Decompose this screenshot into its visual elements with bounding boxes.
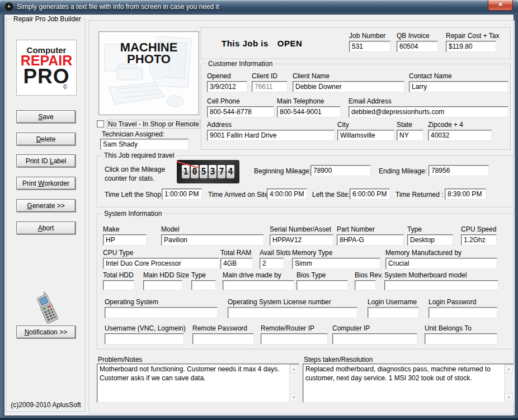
hdd-type-label: Type [191,271,216,279]
time-left-shop-input[interactable] [162,188,202,200]
beginning-mileage-input[interactable] [310,165,371,176]
print-id-label-button[interactable]: Print ID Label [16,154,76,167]
client-id-input[interactable] [252,81,288,92]
total-ram-input[interactable] [220,258,253,269]
notification-button[interactable]: Notification >> [16,325,76,338]
os-license-input[interactable] [228,307,357,318]
ending-mileage-input[interactable] [428,165,489,176]
computer-ip-input[interactable] [332,333,417,345]
login-username-input[interactable] [368,307,419,318]
repair-cost-input[interactable] [446,41,496,52]
main-hdd-size-input[interactable] [143,280,182,290]
steps-resolution-box[interactable]: Replaced motherboard, diagnostics pass, … [303,364,514,403]
main-phone-input[interactable] [277,106,341,117]
scroll-up-icon[interactable]: ▲ [505,365,513,373]
title-bar[interactable]: + Simply generates a text file with info… [0,0,518,14]
login-password-input[interactable] [428,307,497,318]
steps-resolution-scrollbar[interactable]: ▲ ▼ [504,365,513,402]
job-number-label: Job Number [349,32,390,40]
scroll-up-icon[interactable]: ▲ [290,365,298,373]
zipcode-input[interactable] [428,130,492,141]
photo-overlay-text: MACHINE PHOTO [101,42,196,65]
print-workorder-button[interactable]: Print Workorder [16,177,76,190]
save-button[interactable]: Save [16,110,76,123]
part-number-input[interactable] [337,234,404,246]
client-name-input[interactable] [293,81,404,92]
login-password-label: Login Password [428,298,497,306]
cpu-type-input[interactable] [103,258,219,269]
city-input[interactable] [337,130,394,141]
router-ip-input[interactable] [261,333,328,345]
bios-rev-input[interactable] [355,280,376,290]
form-client-area: Repair Pro Job Builder Computer REPAIR P… [4,14,514,416]
cpu-speed-input[interactable] [461,234,497,246]
email-input[interactable] [349,106,508,117]
bios-type-input[interactable] [296,280,348,290]
time-returned-input[interactable] [445,188,486,200]
model-input[interactable] [161,234,264,246]
city-label: City [337,121,394,129]
contact-name-input[interactable] [409,81,508,92]
beginning-mileage-label: Beginning Mileage: [254,167,311,175]
problem-notes-box[interactable]: Motherboard not functioning. Customer ne… [97,364,299,403]
memory-type-label: Memory Type [292,249,380,257]
mileage-counter[interactable]: 105374 [177,160,239,183]
motherboard-input[interactable] [384,280,498,290]
type-input[interactable] [407,234,453,246]
address-input[interactable] [207,130,335,141]
vnc-username-input[interactable] [105,333,184,345]
close-button[interactable]: ✕ [488,0,513,11]
belongs-to-label: Unit Belongs To [425,324,497,332]
memory-mfg-input[interactable] [385,258,497,269]
problem-notes-text[interactable]: Motherboard not functioning. Customer ne… [100,365,288,401]
remote-password-input[interactable] [192,333,254,345]
os-license-label: Operating System License number [228,298,357,306]
opened-label: Opened [207,72,247,80]
customer-info-title: Customer Information [206,60,275,68]
logo-line3: PRO [17,68,76,85]
bios-rev-label: Bios Rev. [355,271,376,279]
make-input[interactable] [103,234,147,246]
job-header-box: This Job isOPEN Job Number QB Invoice Re… [201,27,511,59]
bios-type-label: Bios Type [296,271,348,279]
left-site-label: Left the Site: [312,191,350,199]
qb-invoice-input[interactable] [397,41,438,52]
abort-button[interactable]: Abort [16,221,76,234]
serial-input[interactable] [270,234,333,246]
time-arrived-input[interactable] [267,188,307,200]
time-arrived-label: Time Arrived on Site: [208,191,270,199]
contact-name-label: Contact Name [409,72,508,80]
steps-resolution-label: Steps taken/Resolution [304,356,373,364]
cell-phone-input[interactable] [207,106,274,117]
left-site-input[interactable] [350,188,390,200]
no-travel-checkbox[interactable] [97,120,104,128]
avail-slots-input[interactable] [260,258,284,269]
steps-resolution-text[interactable]: Replaced motherboard, diagnostics pass, … [305,365,502,401]
drive-made-by-input[interactable] [223,280,294,290]
cpu-speed-label: CPU Speed [461,225,497,233]
no-travel-checkbox-label[interactable]: No Travel - In Shop or Remote [107,120,200,128]
model-label: Model [161,225,264,233]
technician-input[interactable] [100,139,189,150]
system-info-title: System Information [102,210,164,218]
delete-button[interactable]: Delete [16,133,76,145]
part-number-label: Part Number [337,225,404,233]
job-number-input[interactable] [349,41,390,52]
computer-ip-label: Computer IP [332,324,417,332]
client-id-label: Client ID [252,72,288,80]
os-input[interactable] [105,307,218,318]
belongs-to-input[interactable] [425,333,497,345]
memory-type-input[interactable] [292,258,380,269]
scroll-down-icon[interactable]: ▼ [505,393,513,402]
opened-input[interactable] [207,81,247,92]
state-input[interactable] [397,130,423,141]
total-hdd-input[interactable] [103,280,134,290]
app-icon[interactable]: + [4,2,13,11]
hdd-type-input[interactable] [191,280,216,290]
scroll-down-icon[interactable]: ▼ [290,393,298,402]
machine-photo[interactable]: MACHINE PHOTO [98,31,199,115]
main-phone-label: Main Telephone [277,97,341,105]
generate-button[interactable]: Generate >> [16,199,76,212]
problem-notes-scrollbar[interactable]: ▲ ▼ [289,365,298,402]
main-hdd-size-label: Main HDD Size [143,271,182,279]
